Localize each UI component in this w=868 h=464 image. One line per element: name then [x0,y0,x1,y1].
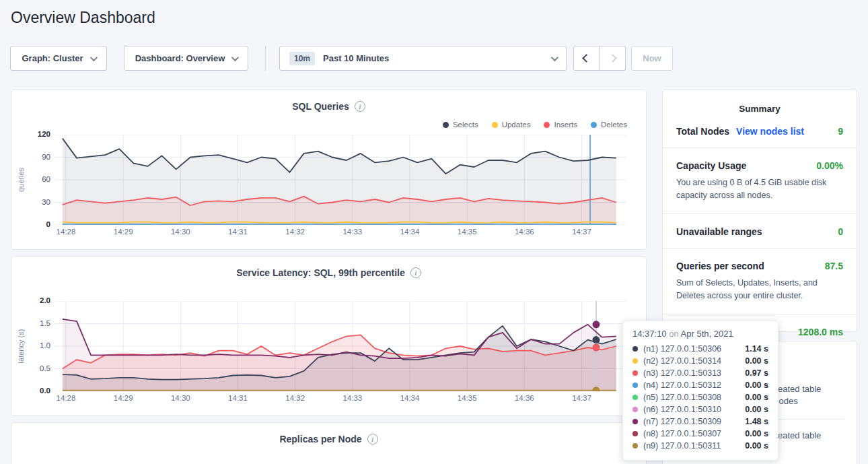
y-axis-tick: 2.0 [26,296,50,304]
tooltip-node-row: (n2) 127.0.0.1:503140.00 s [632,355,768,367]
now-button[interactable]: Now [631,46,673,71]
node-series-dot-icon [632,443,638,449]
node-address: (n6) 127.0.0.1:50310 [643,405,721,414]
legend-label: Updates [502,121,531,129]
sql-queries-panel: SQL Queries i SelectsUpdatesInsertsDelet… [11,90,647,250]
legend-dot-icon [443,122,449,128]
x-axis-tick: 14:29 [114,228,133,236]
node-latency-value: 1.14 s [745,344,768,354]
x-axis-tick: 14:33 [342,228,362,236]
controls-divider [265,46,266,71]
dashboard-dropdown-label: Dashboard: Overview [135,53,225,63]
sql-queries-chart[interactable] [55,135,626,225]
chevron-right-icon [608,54,617,63]
legend-dot-icon [544,122,550,128]
node-latency-value: 0.97 s [745,368,768,378]
x-axis-tick: 14:30 [171,228,190,236]
x-axis-tick: 14:35 [458,394,477,402]
graph-dropdown[interactable]: Graph: Cluster [10,46,107,71]
now-button-label: Now [643,53,661,63]
tooltip-node-row: (n1) 127.0.0.1:503061.14 s [632,343,768,355]
y-axis-tick: 0 [26,220,50,228]
y-axis-tick: 30 [26,198,50,206]
service-latency-panel: Service Latency: SQL, 99th percentile i … [11,256,647,416]
node-address: (n9) 127.0.0.1:50311 [643,441,721,451]
legend-item-updates[interactable]: Updates [492,121,531,129]
legend-item-deletes[interactable]: Deletes [591,121,627,129]
total-nodes-row: Total Nodes View nodes list 9 [663,114,857,148]
node-series-dot-icon [632,346,638,352]
tooltip-node-row: (n3) 127.0.0.1:503130.97 s [632,367,768,379]
node-latency-value: 0.00 s [745,380,768,390]
node-latency-value: 0.00 s [745,405,768,414]
total-nodes-value: 9 [838,126,843,137]
legend-item-inserts[interactable]: Inserts [544,121,577,129]
node-address: (n3) 127.0.0.1:50313 [643,368,721,378]
queries-per-second-value: 87.5 [825,261,843,271]
node-series-dot-icon [632,370,638,376]
sql-queries-title: SQL Queries [292,101,349,112]
legend-item-selects[interactable]: Selects [443,121,478,129]
node-latency-value: 0.00 s [745,429,768,438]
node-address: (n4) 127.0.0.1:50312 [643,380,721,390]
view-nodes-list-link[interactable]: View nodes list [736,126,804,137]
x-axis-tick: 14:34 [400,228,420,236]
tooltip-timestamp: 14:37:10 on Apr 5th, 2021 [632,329,768,339]
legend-dot-icon [492,122,498,128]
x-axis-tick: 14:35 [458,228,477,236]
y-axis-tick: 90 [26,153,50,161]
legend-label: Deletes [601,121,627,129]
node-address: (n7) 127.0.0.1:50309 [643,417,721,426]
x-axis-tick: 14:37 [572,394,591,402]
time-range-dropdown[interactable]: 10m Past 10 Minutes [279,46,567,71]
x-axis-tick: 14:32 [285,228,305,236]
latency-y-axis-label: latency (s) [15,301,26,391]
node-series-dot-icon [632,407,638,412]
replicas-per-node-panel: Replicas per Node i [11,422,647,464]
node-address: (n2) 127.0.0.1:50314 [643,356,721,366]
y-axis-tick: 0.0 [26,387,50,395]
y-axis-tick: 0.5 [26,364,50,372]
node-address: (n5) 127.0.0.1:50308 [643,393,721,402]
node-series-dot-icon [632,395,638,400]
x-axis-tick: 14:33 [342,394,362,402]
node-latency-value: 0.00 s [745,441,768,451]
tooltip-node-row: (n6) 127.0.0.1:503100.00 s [632,403,768,416]
dashboard-dropdown[interactable]: Dashboard: Overview [124,46,248,71]
info-icon[interactable]: i [410,267,421,278]
node-series-dot-icon [632,358,638,364]
tooltip-node-row: (n5) 127.0.0.1:503080.00 s [632,391,768,403]
tooltip-node-row: (n4) 127.0.0.1:503120.00 s [632,379,768,391]
tooltip-node-row: (n8) 127.0.0.1:503070.00 s [632,428,768,440]
info-icon[interactable]: i [355,101,365,112]
chevron-down-icon [89,53,97,61]
x-axis-tick: 14:29 [114,394,133,402]
chevron-down-icon [231,53,239,61]
service-latency-title: Service Latency: SQL, 99th percentile [236,267,405,278]
service-latency-chart[interactable] [55,301,626,391]
time-next-button[interactable] [600,46,626,71]
info-icon[interactable]: i [367,434,378,444]
legend-label: Selects [453,121,478,129]
time-range-badge: 10m [289,52,315,65]
x-axis-tick: 14:30 [171,394,190,402]
time-range-label: Past 10 Minutes [323,53,389,63]
capacity-usage-label: Capacity Usage [676,160,746,171]
node-address: (n8) 127.0.0.1:50307 [643,429,721,438]
legend-label: Inserts [554,121,577,129]
page-title: Overview Dashboard [11,9,155,27]
unavailable-ranges-value: 0 [838,226,843,237]
node-series-dot-icon [632,431,638,436]
y-axis-tick: 60 [26,175,50,183]
chevron-left-icon [582,54,591,63]
time-nav-group [573,46,626,71]
graph-dropdown-label: Graph: Cluster [22,53,83,63]
queries-per-second-label: Queries per second [676,261,764,271]
unavailable-ranges-label: Unavailable ranges [676,226,762,237]
queries-per-second-row: Queries per second 87.5 Sum of Selects, … [663,248,857,314]
time-prev-button[interactable] [573,46,600,71]
capacity-usage-value: 0.00% [816,160,843,171]
x-axis-tick: 14:32 [285,394,305,402]
chevron-down-icon [551,53,558,61]
node-address: (n1) 127.0.0.1:50306 [643,344,721,354]
